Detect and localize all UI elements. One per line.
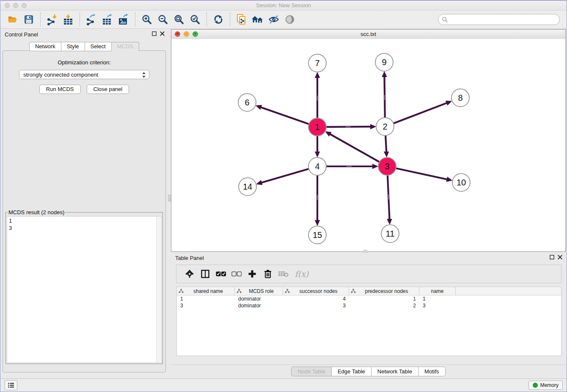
- tab-style[interactable]: Style: [61, 42, 85, 51]
- tab-select[interactable]: Select: [85, 42, 112, 51]
- graph-node-label: 10: [457, 178, 466, 187]
- add-column-icon[interactable]: [244, 266, 260, 282]
- column-header-shared-name[interactable]: shared name: [177, 287, 235, 295]
- table-settings-icon[interactable]: [182, 266, 197, 282]
- table-cell[interactable]: dominator: [235, 295, 283, 302]
- export-table-icon[interactable]: [99, 12, 116, 27]
- node-table: shared nameMCDS rolesuccessor nodesprede…: [176, 287, 561, 356]
- tab-node-table[interactable]: Node Table: [291, 367, 332, 376]
- refresh-layout-icon[interactable]: [210, 12, 226, 27]
- zoom-fit-icon[interactable]: [171, 12, 187, 27]
- table-cell[interactable]: 1: [419, 295, 456, 302]
- network-window-titlebar[interactable]: ✕ − + scc.txt: [171, 30, 565, 39]
- optimization-criterion-label: Optimization criterion:: [3, 59, 165, 66]
- main-toolbar: [0, 11, 567, 29]
- close-panel-button[interactable]: Close panel: [87, 85, 129, 94]
- deselect-all-checkboxes-icon[interactable]: [228, 266, 244, 282]
- open-session-icon[interactable]: [5, 12, 21, 27]
- run-mcds-button[interactable]: Run MCDS: [39, 85, 81, 94]
- table-cell[interactable]: 1: [349, 295, 419, 302]
- hide-panels-eye-icon[interactable]: [266, 12, 282, 27]
- save-session-icon[interactable]: [21, 12, 37, 27]
- close-panel-icon[interactable]: [160, 31, 165, 36]
- horizontal-splitter-handle[interactable]: [363, 250, 367, 253]
- table-panel-title: Table Panel: [175, 255, 204, 261]
- graph-node-label: 4: [315, 162, 319, 171]
- split-panel-icon[interactable]: [197, 266, 213, 282]
- vertical-splitter-handle[interactable]: [168, 195, 171, 202]
- tab-network[interactable]: Network: [29, 42, 61, 51]
- float-table-panel-icon[interactable]: [550, 255, 554, 259]
- graph-node-label: 11: [386, 229, 395, 238]
- network-canvas[interactable]: 1234678910111415: [171, 39, 565, 251]
- control-panel-header: Control Panel: [0, 29, 168, 40]
- graph-edge-2-3[interactable]: [385, 135, 386, 152]
- table-panel: Table Panel f(x) shared n: [171, 253, 566, 365]
- node-table-header: shared nameMCDS rolesuccessor nodesprede…: [177, 287, 561, 295]
- tab-mcds[interactable]: MCDS: [111, 42, 139, 51]
- graph-node-label: 15: [313, 230, 322, 240]
- zoom-out-icon[interactable]: [155, 12, 171, 27]
- table-cell[interactable]: dominator: [235, 302, 283, 309]
- mcds-result-text: 1 3: [9, 217, 155, 362]
- zoom-selected-icon[interactable]: [187, 12, 203, 27]
- table-row[interactable]: 3dominator323: [177, 302, 561, 309]
- import-network-icon[interactable]: [44, 12, 60, 27]
- show-panels-list-icon[interactable]: [5, 380, 17, 390]
- application-window: { "window": {"title": "Session: New Sess…: [0, 0, 567, 392]
- tab-network-table[interactable]: Network Table: [371, 367, 418, 376]
- graph-edge-1-6[interactable]: [261, 107, 310, 124]
- table-cell[interactable]: 3: [177, 302, 235, 309]
- column-header-mcds-role[interactable]: MCDS role: [235, 287, 283, 295]
- graph-edge-2-8[interactable]: [393, 103, 447, 124]
- column-header-predecessor-nodes[interactable]: predecessor nodes: [349, 287, 419, 295]
- zoom-in-icon[interactable]: [139, 12, 155, 27]
- graph-node-label: 2: [383, 122, 387, 131]
- home-icon[interactable]: [250, 12, 266, 27]
- export-network-icon[interactable]: [83, 12, 99, 27]
- dropdown-value: strongly connected component: [23, 72, 98, 78]
- toolbar-separator: [135, 13, 135, 26]
- graph-edge-4-14[interactable]: [261, 168, 310, 182]
- column-hierarchy-icon: [179, 289, 184, 293]
- search-box[interactable]: [438, 14, 560, 25]
- search-input[interactable]: [448, 16, 556, 23]
- table-tabs: Node TableEdge TableNetwork TableMotifs: [171, 366, 566, 377]
- import-table-icon[interactable]: [60, 12, 76, 27]
- titlebar: Session: New Session: [0, 1, 567, 11]
- memory-status-icon: [533, 383, 538, 388]
- column-header-name[interactable]: name: [419, 287, 456, 295]
- graph-node-label: 7: [315, 58, 319, 68]
- delete-column-icon[interactable]: [260, 266, 275, 282]
- table-cell[interactable]: 4: [283, 295, 349, 302]
- float-panel-icon[interactable]: [152, 31, 157, 36]
- result-scrollbar[interactable]: [156, 217, 161, 362]
- tab-edge-table[interactable]: Edge Table: [331, 367, 372, 376]
- mcds-result-fieldset: MCDS result (2 nodes) 1 3: [6, 209, 163, 364]
- tab-motifs[interactable]: Motifs: [418, 367, 446, 376]
- optimization-criterion-dropdown[interactable]: strongly connected component: [19, 70, 149, 79]
- column-header-successor-nodes[interactable]: successor nodes: [283, 287, 349, 295]
- graph-node-label: 14: [243, 182, 252, 191]
- column-hierarchy-icon: [237, 289, 242, 293]
- control-panel-tabs: NetworkStyleSelectMCDS: [0, 42, 168, 51]
- clone-network-icon[interactable]: [234, 12, 250, 27]
- close-table-panel-icon[interactable]: [558, 255, 562, 259]
- table-row[interactable]: 1dominator411: [177, 295, 561, 302]
- toolbar-separator: [206, 13, 207, 26]
- table-cell[interactable]: 3: [419, 302, 456, 309]
- network-window-title: scc.txt: [171, 31, 565, 37]
- select-all-checkboxes-icon[interactable]: [213, 266, 228, 282]
- table-cell[interactable]: 2: [349, 302, 419, 309]
- table-cell[interactable]: 3: [283, 302, 349, 309]
- memory-button[interactable]: Memory: [528, 381, 563, 390]
- control-panel: Control Panel NetworkStyleSelectMCDS Opt…: [0, 29, 168, 373]
- graph-edge-3-1[interactable]: [330, 134, 380, 163]
- graph-edge-3-10[interactable]: [395, 168, 447, 179]
- table-cell[interactable]: 1: [177, 295, 235, 302]
- export-image-icon[interactable]: [116, 12, 132, 27]
- window-title: Session: New Session: [0, 2, 567, 8]
- function-builder-icon: f(x): [291, 266, 312, 282]
- column-hierarchy-icon: [285, 289, 290, 293]
- column-hierarchy-icon: [351, 289, 356, 293]
